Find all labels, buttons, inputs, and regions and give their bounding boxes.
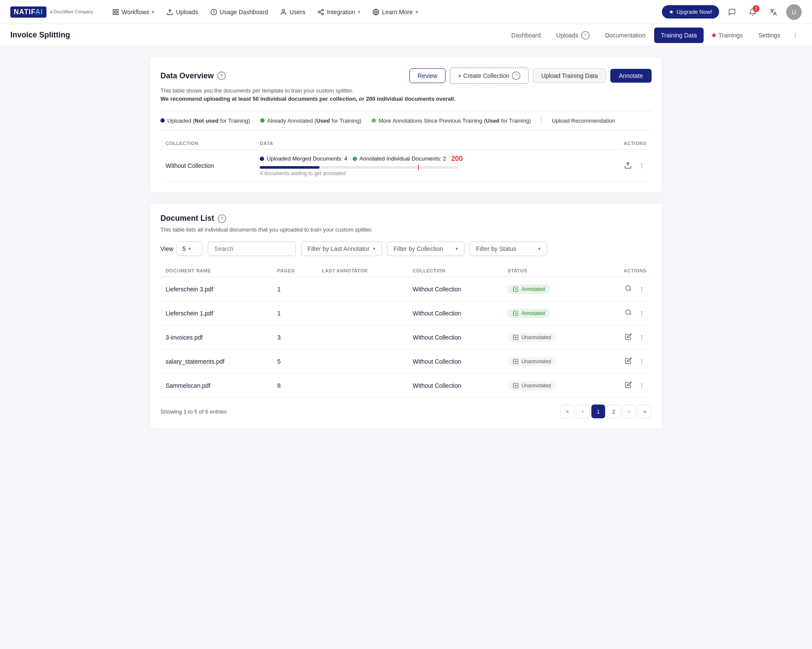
uploads-help-icon[interactable]: ? (581, 31, 590, 40)
doc-more-icon[interactable]: ⋮ (637, 308, 646, 318)
filter-status-select[interactable]: Filter by Status ▾ (470, 241, 547, 256)
nav-users[interactable]: Users (275, 5, 311, 19)
view-count-select[interactable]: 5 ▾ (177, 241, 203, 256)
doc-more-icon[interactable]: ⋮ (637, 380, 646, 391)
filter-annotator-select[interactable]: Filter by Last Annotator ▾ (301, 241, 382, 256)
more-options-icon[interactable]: ⋮ (789, 28, 802, 42)
message-button[interactable] (724, 4, 740, 20)
svg-line-16 (630, 290, 631, 291)
doc-action-icon[interactable] (623, 380, 634, 391)
legend-green-light-dot (372, 118, 376, 123)
progress-bar (260, 166, 458, 169)
tab-dashboard[interactable]: Dashboard (504, 28, 548, 43)
nav-workflows[interactable]: Workflows ▾ (107, 5, 160, 19)
doc-action-icon[interactable] (623, 355, 634, 367)
tab-training-data[interactable]: Training Data (654, 28, 704, 43)
last-page-icon: » (643, 408, 646, 414)
upload-training-button[interactable]: Upload Training Data (533, 68, 606, 83)
annotate-button[interactable]: Annotate (610, 69, 652, 83)
pagination-prev[interactable]: ‹ (576, 405, 590, 418)
sub-nav-tabs: Dashboard Uploads ? Documentation Traini… (504, 27, 802, 44)
tab-documentation[interactable]: Documentation (598, 28, 652, 43)
doc-annotator (317, 374, 407, 398)
upgrade-button[interactable]: ★ Upgrade Now! (662, 5, 719, 19)
filter-annotator-label: Filter by Last Annotator (308, 245, 369, 252)
doc-action-icon[interactable] (623, 283, 634, 295)
doc-actions: ⋮ (597, 325, 652, 349)
doc-table-head: DOCUMENT NAME PAGES LAST ANNOTATOR COLLE… (160, 265, 652, 277)
doc-name: salary_statements.pdf (160, 349, 272, 374)
translate-button[interactable] (766, 4, 781, 20)
doc-annotator (317, 277, 407, 301)
nav-learn-more[interactable]: Learn More ▾ (367, 5, 423, 19)
avatar[interactable]: U (786, 4, 802, 20)
view-chevron-icon: ▾ (188, 246, 191, 252)
col-collection: COLLECTION (160, 137, 255, 150)
doc-status: Unannotated (502, 374, 597, 398)
nav-users-label: Users (289, 9, 305, 15)
notification-button[interactable]: 2 (745, 4, 760, 20)
upload-action-icon[interactable] (622, 160, 634, 172)
first-page-icon: « (566, 408, 569, 414)
tab-settings[interactable]: Settings (751, 28, 787, 43)
pagination-buttons: « ‹ 1 2 › » (560, 405, 652, 418)
legend-green-dot (260, 118, 265, 123)
brand-sub: a DocuWare Company (50, 9, 93, 14)
pagination-next[interactable]: › (622, 405, 636, 418)
review-button[interactable]: Review (409, 68, 446, 83)
nav-usage[interactable]: Usage Dashboard (205, 5, 274, 19)
filter-collection-select[interactable]: Filter by Collection ▾ (387, 241, 464, 256)
upgrade-label: Upgrade Now! (677, 9, 712, 15)
pagination-page-2[interactable]: 2 (607, 405, 621, 418)
view-value: 5 (182, 245, 186, 252)
doc-table-body: Lieferschein 3.pdf 1 Without Collection … (160, 277, 652, 398)
sub-nav: Invoice Splitting Dashboard Uploads ? Do… (0, 24, 812, 46)
svg-rect-3 (113, 12, 115, 15)
doc-actions: ⋮ (597, 301, 652, 325)
doc-more-icon[interactable]: ⋮ (637, 284, 646, 294)
legend-more-annotations: More Annotations Since Previous Training… (372, 117, 531, 124)
document-list-section: Document List ? This table lists all ind… (150, 203, 662, 429)
nav-usage-label: Usage Dashboard (220, 9, 268, 15)
table-row: 3-invoices.pdf 3 Without Collection Unan… (160, 325, 652, 349)
data-legend: Uploaded (Not used for Training) Already… (160, 111, 652, 130)
svg-point-7 (322, 9, 323, 11)
pagination-page-1[interactable]: 1 (591, 405, 605, 418)
data-overview-help-icon[interactable]: ? (217, 71, 226, 80)
pagination-first[interactable]: « (560, 405, 574, 418)
doc-more-icon[interactable]: ⋮ (637, 356, 646, 367)
status-badge: Annotated (508, 284, 550, 294)
table-row: salary_statements.pdf 5 Without Collecti… (160, 349, 652, 374)
more-row-action-icon[interactable]: ⋮ (637, 161, 646, 171)
svg-line-10 (320, 12, 322, 14)
create-collection-button[interactable]: + Create Collection ? (450, 68, 529, 84)
next-page-icon: › (628, 408, 630, 414)
row-actions: ⋮ (597, 150, 652, 182)
search-input[interactable] (208, 241, 296, 256)
doc-action-icon[interactable] (623, 307, 634, 319)
document-list-help-icon[interactable]: ? (218, 214, 226, 223)
doc-more-icon[interactable]: ⋮ (637, 332, 646, 343)
filter-collection-chevron-icon: ▾ (455, 246, 458, 252)
row-action-btns: ⋮ (602, 160, 646, 172)
main-content: Data Overview ? Review + Create Collecti… (139, 46, 673, 450)
pagination-last[interactable]: » (638, 405, 652, 418)
status-badge: Unannotated (508, 381, 556, 390)
nav-learn-more-label: Learn More (382, 9, 413, 15)
doc-action-icon[interactable] (623, 331, 634, 343)
nav-integration[interactable]: Integration ▾ (312, 5, 366, 19)
threshold-line (418, 165, 419, 170)
create-collection-help-icon[interactable]: ? (512, 71, 520, 80)
integration-chevron-icon: ▾ (358, 9, 360, 15)
nav-uploads[interactable]: Uploads (161, 5, 203, 19)
legend-annotated: Already Annotated (Used for Training) (260, 117, 361, 124)
tab-uploads[interactable]: Uploads ? (549, 27, 596, 44)
status-badge: Unannotated (508, 357, 556, 366)
col-collection: COLLECTION (408, 265, 503, 277)
table-row: Without Collection Uploaded Merged Docum… (160, 150, 652, 182)
doc-actions: ⋮ (597, 349, 652, 374)
doc-name: Lieferschein 3.pdf (160, 277, 272, 301)
data-overview-header: Data Overview ? Review + Create Collecti… (160, 68, 652, 84)
table-row: Sammelscan.pdf 8 Without Collection Unan… (160, 374, 652, 398)
tab-trainings[interactable]: Trainings (705, 28, 750, 43)
